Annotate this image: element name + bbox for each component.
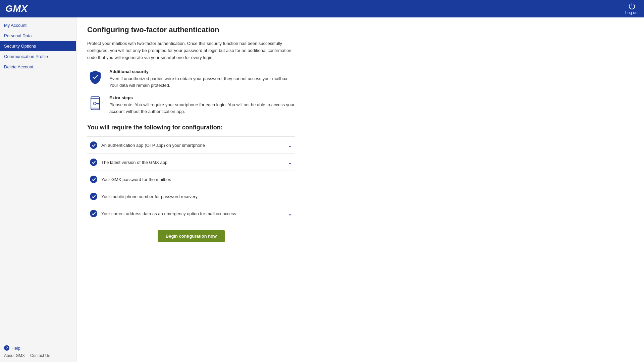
- requirement-gmx-password[interactable]: Your GMX password for the mailbox: [87, 171, 295, 188]
- req-text-mobile-number: Your mobile phone number for password re…: [101, 194, 198, 199]
- req-text-otp: An authentication app (OTP app) on your …: [101, 143, 205, 148]
- feature-items: Additional security Even if unauthorized…: [87, 69, 295, 115]
- help-icon: ?: [4, 345, 9, 351]
- action-area: Begin configuration now: [87, 222, 295, 242]
- sidebar: My Account Personal Data Security Option…: [0, 17, 76, 362]
- req-left-gmx-password: Your GMX password for the mailbox: [90, 176, 171, 183]
- shield-check-icon: [87, 69, 103, 85]
- req-text-gmx-password: Your GMX password for the mailbox: [101, 177, 171, 182]
- extra-steps-desc: Please note: You will require your smart…: [109, 102, 295, 115]
- req-text-gmx-app: The latest version of the GMX app: [101, 160, 167, 165]
- check-icon-mobile-number: [90, 193, 97, 200]
- chevron-down-icon-gmx-app: ⌄: [287, 159, 292, 165]
- sidebar-item-security-options[interactable]: Security Options: [0, 41, 76, 51]
- additional-security-title: Additional security: [109, 69, 295, 74]
- requirements-list: An authentication app (OTP app) on your …: [87, 136, 295, 222]
- chevron-down-icon-otp: ⌄: [287, 142, 292, 148]
- req-left-address-data: Your correct address data as an emergenc…: [90, 210, 236, 217]
- feature-extra-steps: Extra steps Please note: You will requir…: [87, 95, 295, 115]
- check-icon-gmx-password: [90, 176, 97, 183]
- svg-point-4: [93, 102, 96, 105]
- check-icon-address-data: [90, 210, 97, 217]
- requirements-title: You will require the following for confi…: [87, 124, 295, 131]
- requirement-mobile-number[interactable]: Your mobile phone number for password re…: [87, 188, 295, 205]
- main-layout: My Account Personal Data Security Option…: [0, 17, 644, 362]
- extra-steps-title: Extra steps: [109, 95, 295, 100]
- page-title: Configuring two-factor authentication: [87, 25, 633, 34]
- about-gmx-link[interactable]: About GMX: [4, 353, 25, 358]
- sidebar-item-my-account[interactable]: My Account: [0, 20, 76, 31]
- gmx-logo: GMX: [5, 3, 28, 14]
- req-left-otp-app: An authentication app (OTP app) on your …: [90, 141, 205, 149]
- sidebar-footer: ? Help About GMX Contact Us: [0, 341, 76, 362]
- help-link[interactable]: ? Help: [4, 345, 72, 351]
- description-text: Protect your mailbox with two-factor aut…: [87, 40, 295, 61]
- req-left-mobile-number: Your mobile phone number for password re…: [90, 193, 198, 200]
- begin-configuration-button[interactable]: Begin configuration now: [158, 230, 225, 242]
- additional-security-desc: Even if unauthorized parties were to obt…: [109, 75, 295, 88]
- help-label: Help: [11, 346, 20, 351]
- feature-additional-security: Additional security Even if unauthorized…: [87, 69, 295, 88]
- power-icon: [628, 2, 636, 10]
- logout-label: Log out: [625, 10, 639, 15]
- requirement-gmx-app[interactable]: The latest version of the GMX app ⌄: [87, 154, 295, 171]
- requirement-address-data[interactable]: Your correct address data as an emergenc…: [87, 205, 295, 222]
- check-icon-otp: [90, 141, 97, 149]
- sidebar-nav: My Account Personal Data Security Option…: [0, 20, 76, 341]
- contact-us-link[interactable]: Contact Us: [30, 353, 50, 358]
- top-bar: GMX Log out: [0, 0, 644, 17]
- phone-key-icon: [87, 95, 103, 111]
- chevron-down-icon-address-data: ⌄: [287, 210, 292, 217]
- content-area: Configuring two-factor authentication Pr…: [76, 17, 644, 362]
- logout-button[interactable]: Log out: [625, 2, 639, 15]
- sidebar-item-delete-account[interactable]: Delete Account: [0, 62, 76, 72]
- req-text-address-data: Your correct address data as an emergenc…: [101, 211, 236, 216]
- sidebar-item-communication-profile[interactable]: Communication Profile: [0, 51, 76, 62]
- footer-links: About GMX Contact Us: [4, 353, 72, 358]
- feature-additional-security-text: Additional security Even if unauthorized…: [109, 69, 295, 88]
- requirement-otp-app[interactable]: An authentication app (OTP app) on your …: [87, 137, 295, 154]
- sidebar-item-personal-data[interactable]: Personal Data: [0, 31, 76, 41]
- check-icon-gmx-app: [90, 159, 97, 166]
- feature-extra-steps-text: Extra steps Please note: You will requir…: [109, 95, 295, 115]
- req-left-gmx-app: The latest version of the GMX app: [90, 159, 167, 166]
